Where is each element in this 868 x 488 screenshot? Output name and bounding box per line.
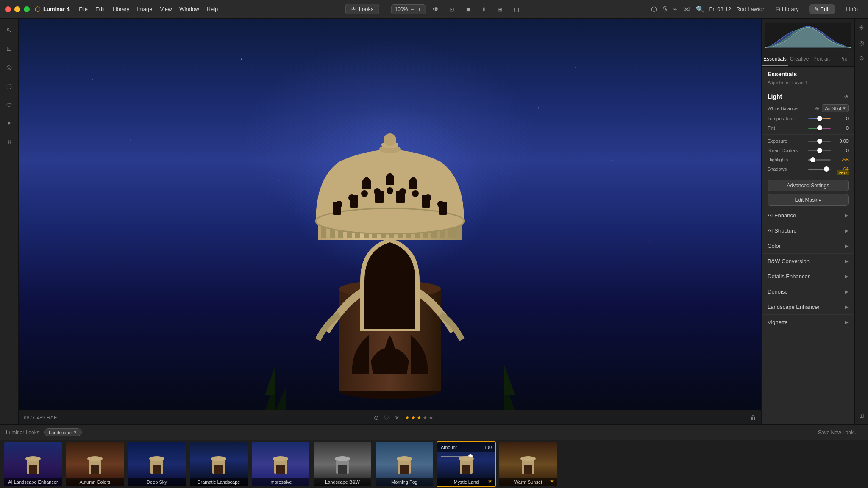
tint-slider[interactable] bbox=[808, 128, 831, 129]
canvas-area: d877-489.RAF ⊙ ♡ ✕ ★ ★ ★ ★ ★ 🗑 bbox=[19, 19, 761, 424]
temperature-slider[interactable] bbox=[808, 118, 831, 119]
save-look-button[interactable]: Save New Look... bbox=[814, 428, 862, 437]
tab-library[interactable]: ⊟ Library bbox=[771, 4, 804, 14]
ai-structure-section: AI Structure ▶ bbox=[762, 223, 854, 238]
single-view-button[interactable]: ▢ bbox=[510, 3, 523, 16]
side-eye-icon[interactable]: ◎ bbox=[856, 37, 867, 48]
film-item-warm[interactable]: Warm Sunset ★ bbox=[498, 441, 558, 487]
info-icon: ℹ bbox=[845, 6, 847, 12]
smart-contrast-slider[interactable] bbox=[808, 150, 831, 151]
heart-icon[interactable]: ♡ bbox=[384, 414, 389, 421]
maximize-button[interactable] bbox=[24, 6, 30, 12]
details-enhancer-header[interactable]: Details Enhancer ▶ bbox=[762, 269, 854, 284]
looks-button[interactable]: 👁 Looks bbox=[345, 4, 379, 14]
tab-portrait[interactable]: Portrait bbox=[810, 53, 832, 66]
sidebar-crop-tool[interactable]: ⊡ bbox=[3, 42, 16, 55]
sidebar-mask-tool[interactable]: ⬭ bbox=[3, 98, 16, 111]
denoise-section: Denoise ▶ bbox=[762, 284, 854, 299]
light-section-header[interactable]: Light ↺ bbox=[762, 89, 854, 103]
denoise-label: Denoise bbox=[768, 288, 788, 295]
menu-window[interactable]: Window bbox=[179, 6, 199, 12]
tint-thumb[interactable] bbox=[817, 125, 822, 130]
sidebar-erase-tool[interactable]: ◌ bbox=[3, 80, 16, 92]
landscape-enhancer-header[interactable]: Landscape Enhancer ▶ bbox=[762, 299, 854, 314]
sidebar-transform-tool[interactable]: ⌗ bbox=[3, 136, 16, 148]
menu-library[interactable]: Library bbox=[112, 6, 129, 12]
view-mode-2-button[interactable]: ⊡ bbox=[445, 3, 458, 16]
star-4[interactable]: ★ bbox=[423, 414, 428, 421]
zoom-plus-icon[interactable]: + bbox=[417, 6, 422, 12]
ai-structure-header[interactable]: AI Structure ▶ bbox=[762, 223, 854, 238]
bw-conversion-header[interactable]: B&W Conversion ▶ bbox=[762, 254, 854, 269]
menu-image[interactable]: Image bbox=[137, 6, 152, 12]
x-icon[interactable]: ✕ bbox=[395, 414, 400, 421]
zoom-minus-icon[interactable]: − bbox=[409, 6, 415, 12]
export-button[interactable]: ⬆ bbox=[478, 3, 490, 16]
temperature-thumb[interactable] bbox=[817, 116, 822, 121]
tab-creative[interactable]: Creative bbox=[788, 53, 811, 66]
minimize-button[interactable] bbox=[14, 6, 20, 12]
landscape-category-badge[interactable]: Landscape ✕ bbox=[44, 428, 82, 436]
tab-info[interactable]: ℹ Info bbox=[840, 4, 863, 14]
ai-enhance-header[interactable]: AI Enhance ▶ bbox=[762, 208, 854, 223]
adjustment-layer-label: Adjustment Layer 1 bbox=[762, 80, 854, 89]
menu-file[interactable]: File bbox=[79, 6, 88, 12]
sidebar-cursor-tool[interactable]: ↖ bbox=[3, 24, 16, 36]
filmstrip-header: Luminar Looks: Landscape ✕ Save New Look… bbox=[0, 425, 868, 440]
film-item-deepsky[interactable]: Deep Sky bbox=[127, 441, 186, 487]
eyedropper-icon[interactable]: ⊕ bbox=[815, 105, 819, 111]
color-header[interactable]: Color ▶ bbox=[762, 238, 854, 253]
smart-contrast-thumb[interactable] bbox=[817, 148, 822, 153]
film-item-dramatic[interactable]: Dramatic Landscape bbox=[189, 441, 248, 487]
trash-icon[interactable]: 🗑 bbox=[750, 414, 756, 421]
star-1[interactable]: ★ bbox=[405, 414, 410, 421]
tab-edit[interactable]: ✎ Edit bbox=[809, 4, 835, 14]
edit-mask-button[interactable]: Edit Mask ▸ bbox=[768, 194, 849, 206]
light-reset-icon[interactable]: ↺ bbox=[844, 94, 849, 100]
view-mode-3-button[interactable]: ▣ bbox=[462, 3, 474, 16]
menu-view[interactable]: View bbox=[160, 6, 172, 12]
warm-sunset-label: Warm Sunset bbox=[499, 478, 557, 486]
morning-fog-label: Morning Fog bbox=[376, 478, 433, 486]
circle-icon[interactable]: ⊙ bbox=[374, 414, 379, 421]
star-2[interactable]: ★ bbox=[411, 414, 416, 421]
exposure-slider[interactable] bbox=[808, 141, 831, 142]
film-item-ai-landscape[interactable]: AI Landscape Enhancer bbox=[3, 441, 63, 487]
film-item-morning[interactable]: Morning Fog bbox=[375, 441, 434, 487]
side-adjust-icon[interactable]: ⊞ bbox=[856, 410, 867, 421]
highlights-slider[interactable] bbox=[808, 159, 831, 161]
search-icon[interactable]: 🔍 bbox=[696, 5, 704, 13]
close-button[interactable] bbox=[5, 6, 11, 12]
exposure-thumb[interactable] bbox=[817, 139, 822, 144]
film-item-mystic[interactable]: Amount 100 Mystic Land ★ bbox=[437, 441, 496, 487]
essentials-header: Essentials bbox=[762, 67, 854, 80]
denoise-header[interactable]: Denoise ▶ bbox=[762, 284, 854, 299]
rating-stars[interactable]: ★ ★ ★ ★ ★ bbox=[405, 414, 434, 421]
essentials-title: Essentials bbox=[768, 71, 797, 78]
tab-essentials[interactable]: Essentials bbox=[762, 53, 788, 66]
film-item-bw[interactable]: Landscape B&W bbox=[313, 441, 372, 487]
side-sun-icon[interactable]: ☀ bbox=[856, 22, 867, 33]
vignette-header[interactable]: Vignette ▶ bbox=[762, 315, 854, 330]
temperature-value: 0 bbox=[833, 116, 849, 121]
mystic-star-icon[interactable]: ★ bbox=[488, 478, 492, 484]
tab-pro[interactable]: Pro bbox=[832, 53, 854, 66]
grid-button[interactable]: ⊞ bbox=[494, 3, 506, 16]
star-5[interactable]: ★ bbox=[428, 414, 434, 421]
side-circle-icon[interactable]: ⊙ bbox=[856, 53, 867, 64]
sidebar-stamp-tool[interactable]: ◎ bbox=[3, 61, 16, 74]
zoom-control[interactable]: 100% − + bbox=[391, 4, 426, 14]
highlights-thumb[interactable] bbox=[810, 157, 815, 162]
sidebar-spot-tool[interactable]: ✦ bbox=[3, 117, 16, 130]
star-3[interactable]: ★ bbox=[417, 414, 422, 421]
view-mode-1-button[interactable]: 👁 bbox=[429, 3, 442, 16]
menu-edit[interactable]: Edit bbox=[95, 6, 105, 12]
film-item-autumn[interactable]: Autumn Colors bbox=[65, 441, 125, 487]
wb-select[interactable]: As Shot ▾ bbox=[822, 104, 849, 112]
advanced-settings-button[interactable]: Advanced Settings bbox=[768, 180, 849, 191]
warm-star-icon[interactable]: ★ bbox=[550, 478, 554, 484]
shadows-slider[interactable] bbox=[808, 169, 831, 170]
menu-help[interactable]: Help bbox=[207, 6, 218, 12]
shadows-thumb[interactable] bbox=[824, 166, 829, 172]
film-item-impressive[interactable]: Impressive bbox=[251, 441, 310, 487]
